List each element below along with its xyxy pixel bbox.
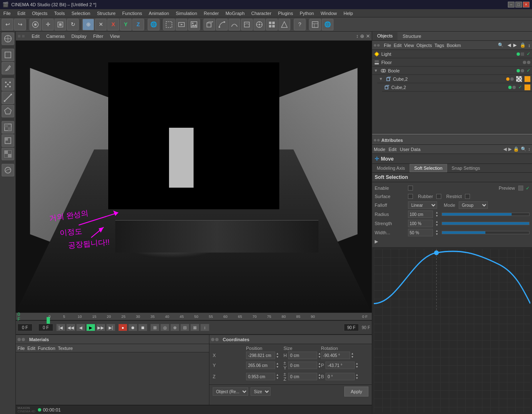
extra-btn-1[interactable]: ⊞ (150, 324, 159, 331)
coord-pos-x-input[interactable] (246, 352, 275, 359)
obj-dot-cube1-2[interactable] (510, 77, 514, 81)
coord-pos-z-up[interactable]: ▲ (276, 373, 279, 377)
coord-rot-x-down[interactable]: ▼ (351, 355, 354, 359)
play-reverse-button[interactable]: ◀ (76, 324, 85, 331)
record-button[interactable]: ● (118, 324, 127, 331)
attr-tb-edit[interactable]: Edit (389, 147, 397, 152)
coord-pos-z-input[interactable] (246, 373, 275, 380)
current-frame-input[interactable] (17, 324, 32, 331)
menu-help[interactable]: Help (340, 10, 356, 17)
minimize-button[interactable]: – (508, 2, 515, 7)
coord-pos-y-input[interactable] (246, 362, 275, 369)
ls-sculpt-button[interactable] (2, 164, 14, 176)
render-view-button[interactable] (176, 19, 187, 30)
nurbs-button[interactable] (216, 19, 228, 30)
extra-btn-3[interactable]: ⊕ (170, 324, 179, 331)
menu-plugins[interactable]: Plugins (275, 10, 296, 17)
coord-size-y-input[interactable] (288, 362, 317, 369)
ls-texture-button[interactable] (2, 121, 14, 134)
extra-btn-2[interactable]: ◎ (160, 324, 169, 331)
effector-button[interactable] (278, 19, 290, 30)
restrict-checkbox[interactable] (465, 194, 470, 199)
obj-check-boole[interactable]: ✓ (527, 68, 530, 73)
menu-simulation[interactable]: Simulation (172, 10, 200, 17)
extra-btn-5[interactable]: ⊠ (190, 324, 199, 331)
coord-size-z-input[interactable] (288, 373, 317, 380)
obj-dot-cube1-1[interactable] (506, 77, 510, 81)
move-tool-button[interactable]: ✛ (42, 19, 54, 30)
menu-mograph[interactable]: MoGraph (222, 10, 248, 17)
menu-objects[interactable]: Objects (29, 10, 51, 17)
coord-rot-y-down[interactable]: ▼ (355, 365, 358, 369)
viewport-grip[interactable] (17, 35, 21, 38)
surface-checkbox[interactable] (408, 194, 413, 199)
ls-edges-button[interactable] (2, 92, 14, 104)
spline-button[interactable] (229, 19, 240, 30)
deformer-button[interactable] (241, 19, 253, 30)
coord-rot-y-up[interactable]: ▲ (355, 362, 358, 365)
ls-snap-button[interactable] (2, 32, 14, 45)
render-active-button[interactable]: 🌐 (322, 19, 333, 30)
width-up[interactable]: ▲ (435, 229, 438, 233)
menu-structure[interactable]: Structure (94, 10, 119, 17)
help-button[interactable]: ? (294, 19, 306, 30)
obj-tb-bookm[interactable]: Bookm (447, 43, 461, 48)
auto-key-button[interactable]: ⏺ (128, 324, 137, 331)
render-region-button[interactable] (163, 19, 175, 30)
obj-tb-view[interactable]: View (404, 43, 414, 48)
apply-button[interactable]: Apply (344, 387, 368, 397)
xaxis-button[interactable]: X (107, 19, 119, 30)
redo-button[interactable]: ↪ (14, 19, 26, 30)
subtab-snap-settings[interactable]: Snap Settings (447, 164, 485, 172)
coord-rot-x-up[interactable]: ▲ (351, 352, 354, 355)
menu-animation[interactable]: Animation (145, 10, 172, 17)
menu-functions[interactable]: Functions (119, 10, 146, 17)
viewport-view-menu[interactable]: View (108, 34, 122, 39)
step-back-button[interactable]: ◀◀ (66, 324, 75, 331)
scale-tool-button[interactable] (55, 19, 66, 30)
strength-input[interactable] (408, 220, 433, 227)
menu-character[interactable]: Character (248, 10, 275, 17)
coord-pos-y-up[interactable]: ▲ (276, 362, 279, 365)
mat-edit[interactable]: Edit (27, 346, 35, 351)
generator-button[interactable] (254, 19, 265, 30)
obj-row-cube1[interactable]: ▼ Cube,2 (377, 75, 532, 83)
enable-checkbox[interactable] (408, 186, 413, 191)
obj-row-boole[interactable]: ▼ Boole ✓ (372, 67, 532, 75)
coord-size-z-up[interactable]: ▲ (318, 373, 321, 377)
ls-edit-button[interactable] (2, 62, 14, 74)
viewport-3d[interactable]: 거의 완성의 이정도 공장됩니다!! (16, 41, 372, 312)
expand-arrow[interactable]: ▶ (375, 239, 378, 244)
coord-pos-x-down[interactable]: ▼ (276, 355, 279, 359)
viewport-cameras-menu[interactable]: Cameras (45, 34, 67, 39)
obj-check-cube2[interactable]: ✓ (518, 84, 522, 90)
render-picture-button[interactable] (188, 19, 200, 30)
coord-rot-y-input[interactable] (326, 362, 355, 369)
obj-tb-edit[interactable]: Edit (394, 43, 402, 48)
attr-lock-icon[interactable]: 🔒 (513, 146, 519, 152)
step-fwd-button[interactable]: ▶▶ (96, 324, 105, 331)
menu-tools[interactable]: Tools (51, 10, 68, 17)
obj-nav-right[interactable]: ▶ (513, 42, 517, 48)
strength-down[interactable]: ▼ (435, 223, 438, 227)
radius-slider[interactable] (442, 213, 530, 216)
render-settings-button[interactable] (309, 19, 321, 30)
strength-slider[interactable] (442, 222, 530, 225)
tab-structure[interactable]: Structure (398, 32, 426, 40)
obj-dot-cube2-2[interactable] (512, 86, 516, 89)
attr-nav-right[interactable]: ▶ (508, 146, 512, 152)
live-selection-button[interactable] (30, 19, 41, 30)
start-frame-input[interactable] (38, 324, 53, 331)
viewport-edit-menu[interactable]: Edit (30, 34, 41, 39)
radius-down[interactable]: ▼ (435, 214, 438, 218)
mograph-button[interactable] (266, 19, 278, 30)
subtab-modeling-axis[interactable]: Modeling Axis (372, 164, 410, 172)
ls-points-button[interactable] (2, 78, 14, 91)
viewport-filter-menu[interactable]: Filter (92, 34, 105, 39)
coord-rot-z-input[interactable] (326, 373, 355, 380)
go-start-button[interactable]: |◀ (56, 324, 65, 331)
menu-render[interactable]: Render (201, 10, 222, 17)
preview-checkbox[interactable] (518, 186, 523, 191)
obj-row-cube2[interactable]: Cube,2 ✓ (382, 83, 532, 92)
obj-row-light[interactable]: Light ✓ (372, 50, 532, 58)
